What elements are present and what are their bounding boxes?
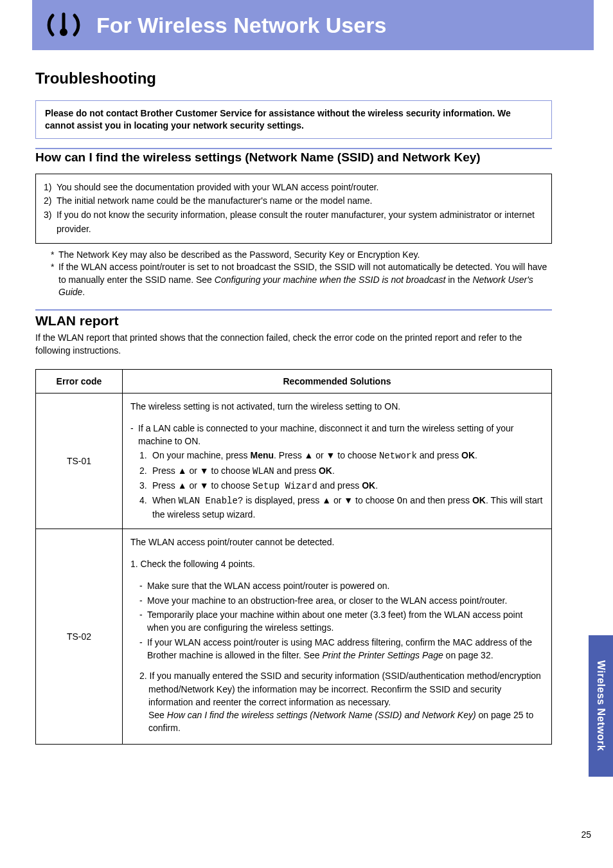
h1-troubleshooting: Troubleshooting xyxy=(35,69,552,87)
steps-box: 1)You should see the documentation provi… xyxy=(35,174,552,244)
step-text: You should see the documentation provide… xyxy=(57,181,378,195)
step-num: 3) xyxy=(44,208,57,236)
table-row: TS-02 The WLAN access point/router canno… xyxy=(36,529,552,744)
banner: For Wireless Network Users xyxy=(32,0,594,50)
error-code: TS-01 xyxy=(36,393,123,529)
h2-wlan-report: WLAN report xyxy=(35,309,552,329)
solution-cell: The wireless setting is not activated, t… xyxy=(123,393,552,529)
page-content: Troubleshooting Please do not contact Br… xyxy=(0,50,613,745)
footnotes: *The Network Key may also be described a… xyxy=(35,249,552,299)
footnote: The Network Key may also be described as… xyxy=(58,249,552,262)
footnote: If the WLAN access point/router is set t… xyxy=(58,261,552,299)
step-num: 2) xyxy=(44,194,57,208)
wlan-intro: If the WLAN report that printed shows th… xyxy=(35,331,552,357)
side-tab: Wireless Network xyxy=(589,635,613,777)
table-row: TS-01 The wireless setting is not activa… xyxy=(36,393,552,529)
solution-cell: The WLAN access point/router cannot be d… xyxy=(123,529,552,744)
page-number: 25 xyxy=(581,829,591,840)
notice-box: Please do not contact Brother Customer S… xyxy=(35,100,552,139)
step-num: 1) xyxy=(44,181,57,195)
error-code: TS-02 xyxy=(36,529,123,744)
error-table: Error code Recommended Solutions TS-01 T… xyxy=(35,369,552,745)
th-solutions: Recommended Solutions xyxy=(123,369,552,393)
th-error-code: Error code xyxy=(36,369,123,393)
banner-title: For Wireless Network Users xyxy=(96,13,386,38)
svg-point-1 xyxy=(60,28,67,36)
h2-find-settings: How can I find the wireless settings (Ne… xyxy=(35,148,552,167)
wireless-icon xyxy=(39,7,89,43)
step-text: If you do not know the security informat… xyxy=(57,208,544,236)
step-text: The initial network name could be the ma… xyxy=(57,194,372,208)
